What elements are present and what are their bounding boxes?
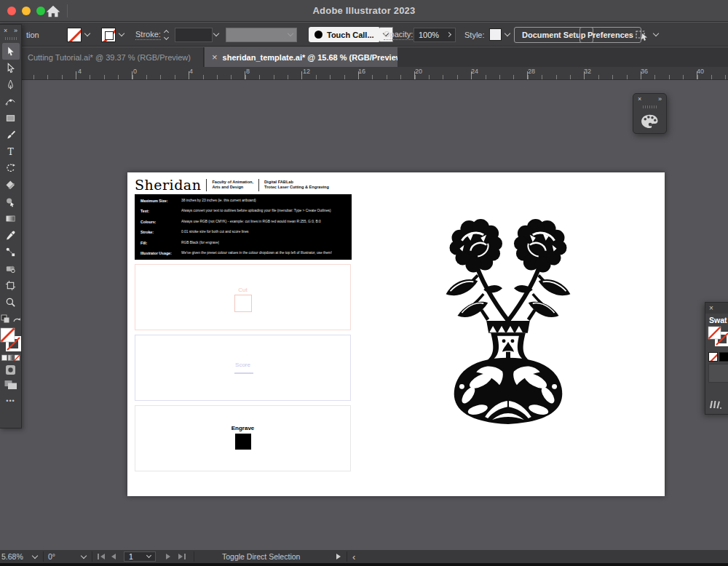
tool-artboard[interactable] xyxy=(2,277,20,294)
pen-icon xyxy=(5,79,16,90)
close-panel-icon[interactable]: × xyxy=(638,95,641,103)
stroke-weight-dropdown[interactable] xyxy=(214,23,218,47)
brand-wordmark: Sheridan xyxy=(135,177,201,193)
color-palette-icon[interactable] xyxy=(640,113,660,130)
tab-cutting-tutorial[interactable]: Cutting Tutorial.ai* @ 39.37 % (RGB/Prev… xyxy=(20,47,204,67)
touch-calligraphic-brush-button[interactable]: Touch Call... xyxy=(309,23,393,47)
panel-grip-handle[interactable] xyxy=(643,105,657,108)
collapsed-color-panel: × » xyxy=(633,93,667,134)
swatches-panel: × Swat xyxy=(705,302,728,415)
tool-rotate[interactable] xyxy=(2,160,20,177)
score-label: Score xyxy=(135,362,350,368)
fill-none-icon xyxy=(67,28,82,42)
collapse-bar-button[interactable]: ‹ xyxy=(352,550,355,563)
bottom-edge xyxy=(0,563,728,566)
artboard[interactable]: Sheridan Faculty of Animation, Arts and … xyxy=(127,172,665,496)
canvas[interactable]: Sheridan Faculty of Animation, Arts and … xyxy=(0,80,728,550)
swatch-list-well[interactable] xyxy=(708,364,728,383)
control-bar: tion Stroke: Touch Call... Opacity: xyxy=(0,23,728,47)
fill-stroke-indicator[interactable] xyxy=(0,327,21,352)
isolate-selection-icon[interactable] xyxy=(635,23,649,47)
ruler-tick: 40 xyxy=(697,68,704,75)
opacity-label[interactable]: Opacity: xyxy=(384,23,413,47)
title-bar: Adobe Illustrator 2023 xyxy=(0,0,728,22)
stroke-color-dropdown[interactable] xyxy=(119,23,124,47)
tool-direct-selection[interactable] xyxy=(2,60,20,76)
engrave-label: Engrave xyxy=(135,425,350,431)
cut-sample-square[interactable] xyxy=(234,295,252,312)
close-panel-icon[interactable]: × xyxy=(709,304,713,312)
brand-divider xyxy=(258,179,259,191)
tool-zoom[interactable] xyxy=(2,294,20,311)
symbol-sprayer-icon xyxy=(5,263,16,274)
tool-type[interactable]: T xyxy=(2,143,20,160)
rotation-value[interactable]: 0° xyxy=(48,550,55,563)
stroke-none-icon xyxy=(101,28,116,42)
style-swatch[interactable] xyxy=(489,23,502,47)
score-zone-box[interactable]: Score xyxy=(135,335,351,401)
stroke-color-swatch[interactable] xyxy=(101,23,116,47)
tool-pen[interactable] xyxy=(2,76,20,93)
fill-stroke-indicator[interactable] xyxy=(708,326,728,348)
table-row: Fill:RGB Black (for engrave) xyxy=(141,241,346,245)
swatches-panel-title: Swat xyxy=(705,314,728,326)
table-row: Stroke:0.01 stroke size for both cut and… xyxy=(141,230,346,234)
drawing-mode-icon[interactable] xyxy=(4,364,17,376)
zoom-level-dropdown[interactable] xyxy=(33,550,37,563)
cut-zone-box[interactable]: Cut xyxy=(135,264,351,330)
swatch-libraries-icon[interactable] xyxy=(708,399,721,410)
ruler-tick: 32 xyxy=(584,68,591,75)
horizontal-ruler[interactable]: 4 0 4 8 12 16 20 24 28 32 36 40 xyxy=(0,67,728,80)
panel-grip-handle[interactable] xyxy=(5,37,17,40)
tool-eyedropper[interactable] xyxy=(2,227,20,244)
fill-color-dropdown[interactable] xyxy=(85,23,90,47)
laser-info-table[interactable]: Maximum Size:38 inches by 23 inches (ie.… xyxy=(135,194,352,260)
style-dropdown[interactable] xyxy=(505,23,510,47)
expand-panel-icon[interactable]: » xyxy=(658,95,662,103)
score-sample-line[interactable] xyxy=(234,372,253,374)
edit-toolbar-ellipsis[interactable]: ••• xyxy=(6,397,15,404)
variable-width-dropdown[interactable] xyxy=(226,23,297,47)
tool-symbol-sprayer[interactable] xyxy=(2,260,20,277)
opacity-field[interactable]: 100% xyxy=(414,23,456,47)
brand-faculty: Faculty of Animation, Arts and Design xyxy=(212,180,253,190)
eyedropper-icon xyxy=(5,230,16,241)
ruler-tick: 12 xyxy=(303,68,310,75)
previous-artboard-button[interactable] xyxy=(111,550,116,563)
tool-paintbrush[interactable] xyxy=(2,127,20,143)
artboard-number-field[interactable]: 1 xyxy=(124,550,156,563)
tool-eraser[interactable] xyxy=(2,177,20,194)
tool-blend[interactable] xyxy=(2,244,20,260)
swatch-black[interactable] xyxy=(719,352,728,362)
screen-mode-icon[interactable] xyxy=(4,378,18,391)
swatch-none[interactable] xyxy=(708,352,718,362)
preferences-button[interactable]: Preferences xyxy=(579,23,641,47)
table-row: Maximum Size:38 inches by 23 inches (ie.… xyxy=(141,199,346,203)
tool-gradient[interactable] xyxy=(2,210,20,227)
cut-label: Cut xyxy=(135,287,350,293)
last-artboard-button[interactable] xyxy=(178,550,186,563)
tool-rectangle[interactable] xyxy=(2,110,20,127)
close-tab-icon[interactable]: × xyxy=(212,52,218,63)
first-artboard-button[interactable] xyxy=(98,550,105,563)
tool-shape-builder[interactable] xyxy=(2,194,20,210)
engrave-sample-square[interactable] xyxy=(235,434,251,450)
expand-panel-icon[interactable]: » xyxy=(14,27,17,34)
rotation-dropdown[interactable] xyxy=(82,550,86,563)
stroke-weight-field[interactable] xyxy=(175,23,213,47)
options-dropdown[interactable] xyxy=(654,23,658,47)
play-hint-button[interactable] xyxy=(336,550,341,563)
engrave-zone-box[interactable]: Engrave xyxy=(135,405,351,471)
fill-color-swatch[interactable] xyxy=(67,23,82,47)
color-gradient-none-icons[interactable] xyxy=(1,354,20,362)
roses-vase-artwork[interactable] xyxy=(435,209,581,426)
tab-sheridan-template[interactable]: × sheridan_template.ai* @ 15.68 % (RGB/P… xyxy=(205,47,397,67)
tool-curvature[interactable] xyxy=(2,93,20,110)
next-artboard-button[interactable] xyxy=(166,550,170,563)
opacity-expand-icon xyxy=(446,32,451,37)
tool-selection[interactable] xyxy=(2,43,20,60)
close-panel-icon[interactable]: × xyxy=(4,27,7,34)
stroke-weight-stepper[interactable] xyxy=(165,23,170,47)
swap-fill-stroke-icon[interactable] xyxy=(1,314,21,325)
zoom-level-value[interactable]: 5.68% xyxy=(1,550,23,563)
